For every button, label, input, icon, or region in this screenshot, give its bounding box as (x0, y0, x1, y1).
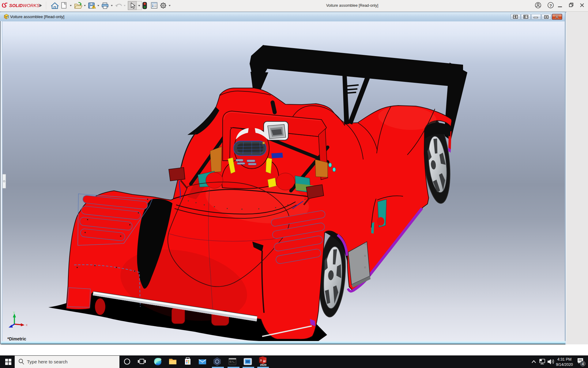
svg-text:Voiture assomblee [Read-only]: Voiture assomblee [Read-only] (10, 14, 64, 19)
svg-text:Type here to search: Type here to search (27, 359, 68, 364)
svg-text:x: x (26, 323, 28, 327)
svg-text:C:\_: C:\_ (230, 361, 235, 363)
svg-text:Voiture assomblee [Read-only]: Voiture assomblee [Read-only] (326, 3, 378, 8)
svg-text:9/14/2020: 9/14/2020 (556, 362, 573, 367)
svg-text:2020: 2020 (260, 363, 266, 366)
svg-text:4: 4 (582, 362, 584, 366)
svg-text:SOLIDWORKS: SOLIDWORKS (9, 3, 40, 8)
svg-text:*Dimetric: *Dimetric (7, 336, 26, 341)
svg-text:Y: Y (13, 311, 15, 315)
svg-text:4:31 PM: 4:31 PM (557, 357, 572, 362)
svg-text:?: ? (549, 3, 552, 8)
svg-text:S: S (260, 359, 262, 362)
